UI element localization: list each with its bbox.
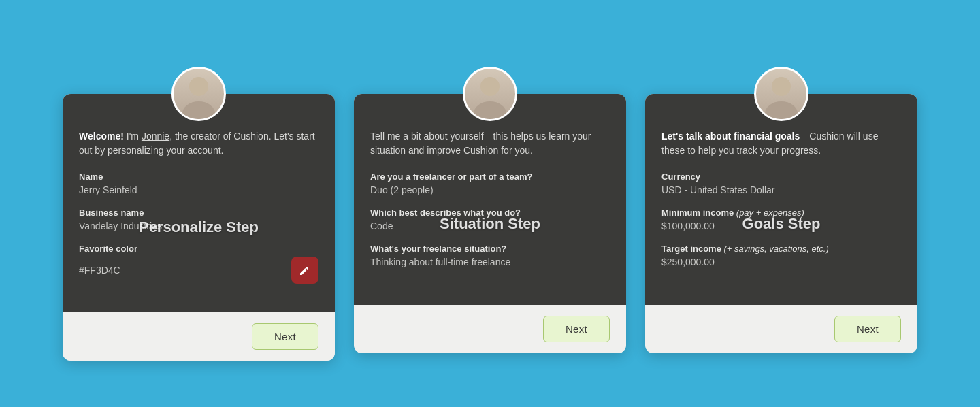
- field-color-label: Favorite color: [79, 244, 318, 254]
- field-work-type-label: Which best describes what you do?: [370, 208, 610, 218]
- situation-card: Tell me a bit about yourself—this helps …: [354, 94, 626, 353]
- field-work-type: Which best describes what you do? Code: [370, 208, 610, 231]
- svg-point-3: [474, 101, 506, 119]
- field-name-value: Jerry Seinfeld: [79, 184, 318, 195]
- situation-intro: Tell me a bit about yourself—this helps …: [370, 129, 610, 158]
- situation-card-dark: Tell me a bit about yourself—this helps …: [354, 94, 626, 305]
- field-currency: Currency USD - United States Dollar: [662, 172, 901, 195]
- goals-intro: Let's talk about financial goals—Cushion…: [662, 129, 901, 158]
- goals-card-wrapper: Let's talk about financial goals—Cushion…: [645, 67, 917, 353]
- field-team-type-value: Duo (2 people): [370, 184, 610, 195]
- personalize-card: Welcome! I'm Jonnie, the creator of Cush…: [63, 94, 335, 361]
- field-currency-label: Currency: [662, 172, 901, 182]
- field-color: Favorite color #FF3D4C: [79, 244, 318, 284]
- field-business-value: Vandelay Industries: [79, 221, 318, 231]
- cards-container: Welcome! I'm Jonnie, the creator of Cush…: [63, 46, 917, 361]
- goals-card-footer: Next: [645, 305, 917, 353]
- field-freelance-situation-label: What's your freelance situation?: [370, 244, 610, 254]
- pencil-icon: [299, 264, 311, 276]
- personalize-card-wrapper: Welcome! I'm Jonnie, the creator of Cush…: [63, 67, 335, 361]
- field-target-income-label: Target income (+ savings, vacations, etc…: [662, 244, 901, 254]
- intro-creator-name: Jonnie: [142, 131, 169, 142]
- field-team-type: Are you a freelancer or part of a team? …: [370, 172, 610, 195]
- field-freelance-situation: What's your freelance situation? Thinkin…: [370, 244, 610, 267]
- field-name: Name Jerry Seinfeld: [79, 172, 318, 195]
- field-work-type-value: Code: [370, 221, 610, 231]
- field-min-income: Minimum income (pay + expenses) $100,000…: [662, 208, 901, 231]
- intro-welcome: Welcome!: [79, 131, 124, 142]
- personalize-card-dark: Welcome! I'm Jonnie, the creator of Cush…: [63, 94, 335, 312]
- personalize-next-button[interactable]: Next: [252, 323, 318, 350]
- field-freelance-situation-value: Thinking about full-time freelance: [370, 257, 610, 267]
- avatar-goals: [754, 67, 808, 121]
- svg-point-4: [772, 77, 791, 96]
- goals-card-dark: Let's talk about financial goals—Cushion…: [645, 94, 917, 305]
- color-picker-button[interactable]: [291, 257, 318, 284]
- svg-point-0: [189, 77, 208, 96]
- avatar-situation: [463, 67, 517, 121]
- situation-card-wrapper: Tell me a bit about yourself—this helps …: [354, 67, 626, 353]
- field-business-label: Business name: [79, 208, 318, 218]
- field-business: Business name Vandelay Industries: [79, 208, 318, 231]
- field-name-label: Name: [79, 172, 318, 182]
- field-min-income-label: Minimum income (pay + expenses): [662, 208, 901, 218]
- field-currency-value: USD - United States Dollar: [662, 184, 901, 195]
- goals-intro-prefix: Let's talk about financial goals: [662, 131, 800, 142]
- svg-point-1: [182, 101, 215, 119]
- field-team-type-label: Are you a freelancer or part of a team?: [370, 172, 610, 182]
- field-target-income-value: $250,000.00: [662, 257, 901, 267]
- goals-next-button[interactable]: Next: [834, 316, 901, 342]
- personalize-intro: Welcome! I'm Jonnie, the creator of Cush…: [79, 129, 318, 158]
- field-target-income: Target income (+ savings, vacations, etc…: [662, 244, 901, 267]
- situation-card-footer: Next: [354, 305, 626, 353]
- field-color-value: #FF3D4C: [79, 265, 120, 276]
- personalize-card-footer: Next: [63, 312, 335, 361]
- situation-next-button[interactable]: Next: [543, 316, 610, 342]
- avatar-personalize: [172, 67, 226, 121]
- svg-point-5: [765, 101, 798, 119]
- field-min-income-value: $100,000.00: [662, 221, 901, 231]
- svg-point-2: [480, 77, 500, 96]
- goals-card: Let's talk about financial goals—Cushion…: [645, 94, 917, 353]
- field-color-row: #FF3D4C: [79, 257, 318, 284]
